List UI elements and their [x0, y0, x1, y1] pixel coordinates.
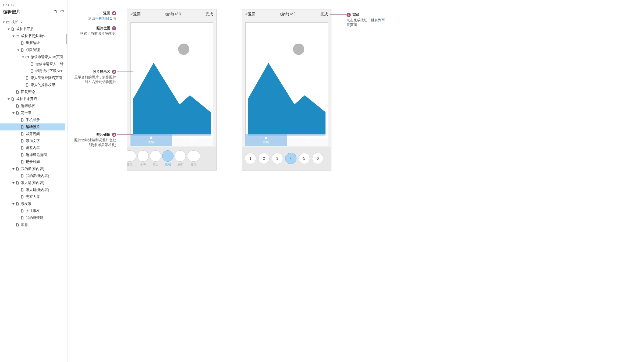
twisty-icon[interactable] — [12, 202, 15, 205]
tree-item-label: 我的邀请码 — [26, 215, 43, 220]
tab-skin[interactable]: 肤色 — [287, 134, 328, 146]
twisty-icon[interactable] — [12, 167, 15, 171]
twisty-icon — [17, 216, 20, 219]
done-button[interactable]: 完成 — [320, 12, 328, 17]
tree-item-label: 家人篇(有内容) — [21, 180, 44, 185]
tree-item[interactable]: 我的邀请码 — [0, 214, 65, 221]
mockup-phone-1: < 返回 编辑(1/9) 完成 滤镜 肤色 原图柔光黑白原图原图原图 — [127, 9, 217, 171]
tree-item-label: 添加文字 — [26, 139, 40, 143]
thumb-circle: 3 — [272, 153, 283, 164]
canvas[interactable]: < 返回 编辑(1/9) 完成 滤镜 肤色 原图柔光黑白原图原图原图 — [68, 0, 644, 362]
tree-item[interactable]: 回复评论 — [0, 88, 65, 95]
tree-item[interactable]: 我的爱(有内容) — [0, 165, 65, 172]
page-icon — [20, 118, 24, 122]
tree-item[interactable]: 记录时间 — [0, 158, 65, 165]
tree-item[interactable]: 微信邀请家人H5页面 — [0, 54, 65, 61]
tree-item[interactable]: 亲友家 — [0, 200, 65, 207]
tree-item-label: 消息 — [21, 222, 28, 227]
page-tree[interactable]: 成长书成长书开启成长书更多操作重新编辑权限管理微信邀请家人H5页面微信邀请家人—… — [0, 17, 68, 362]
filter-thumb[interactable]: 原图 — [127, 150, 136, 167]
tree-item[interactable]: 微信邀请家人—针 — [0, 61, 65, 68]
drop-icon — [149, 136, 153, 140]
tab-filter-label: 滤镜 — [263, 140, 269, 144]
skin-thumb[interactable]: 2 — [258, 153, 270, 164]
twisty-icon[interactable] — [17, 48, 20, 52]
tree-item[interactable]: 家人篇(无内容) — [0, 186, 65, 193]
filter-thumb[interactable]: 黑白 — [150, 150, 161, 167]
tree-item[interactable]: 写一章 — [0, 109, 65, 116]
connector — [117, 134, 133, 135]
filter-thumb[interactable]: 原图 — [187, 150, 200, 167]
tree-item[interactable]: 添加文字 — [0, 137, 65, 144]
back-button[interactable]: < 返回 — [130, 12, 141, 17]
annotation-2: 照片显示区2 显示当前的照片，多张照片时左右滑动切换照片 — [70, 69, 116, 84]
refresh-icon[interactable] — [60, 9, 64, 15]
filter-thumb[interactable]: 原图 — [162, 150, 174, 167]
thumb-label: 原图 — [127, 163, 133, 167]
twisty-icon[interactable] — [2, 20, 5, 24]
tree-item[interactable]: 权限管理 — [0, 47, 65, 54]
mockup-phone-2: < 返回 编辑(1/9) 完成 滤镜 肤色 123456 — [242, 9, 331, 171]
tree-item[interactable]: 手机相册 — [0, 116, 65, 123]
skin-thumbnails[interactable]: 123456 — [242, 147, 331, 170]
tree-item[interactable]: 重新编辑 — [0, 40, 65, 47]
skin-thumb[interactable]: 3 — [272, 153, 283, 164]
tree-item[interactable]: 选择可见范围 — [0, 151, 65, 158]
link-phone-album[interactable]: 手机相册 — [95, 16, 109, 20]
photo-display-area[interactable] — [245, 22, 328, 138]
badge-4: 4 — [112, 11, 116, 15]
back-button[interactable]: < 返回 — [245, 12, 256, 17]
annotation-title: 照片显示区 — [93, 69, 110, 74]
svg-marker-0 — [3, 22, 5, 23]
tab-skin[interactable]: 肤色 — [172, 134, 213, 146]
tree-item-label: 调整内容 — [26, 145, 40, 150]
skin-thumb[interactable]: 1 — [245, 153, 256, 164]
tab-filter[interactable]: 滤镜 — [130, 134, 172, 146]
tree-item[interactable]: 成长书 — [0, 19, 65, 26]
folder-icon — [16, 34, 19, 38]
tree-item[interactable]: 编辑照片 — [0, 123, 65, 130]
filter-thumb[interactable]: 柔光 — [137, 150, 149, 167]
thumb-circle — [162, 150, 174, 162]
twisty-icon[interactable] — [12, 34, 15, 38]
skin-thumb[interactable]: 4 — [285, 153, 296, 164]
tree-item[interactable]: 家人的操作权限 — [0, 81, 65, 88]
tree-item[interactable]: 成长书更多操作 — [0, 33, 65, 40]
tree-item-label: 微信邀请家人H5页面 — [31, 55, 63, 59]
twisty-icon[interactable] — [12, 181, 15, 184]
tree-item[interactable]: 调整内容 — [0, 144, 65, 151]
tree-item[interactable]: 裁剪视频 — [0, 130, 65, 137]
tree-item[interactable]: 家人受邀登陆后页面 — [0, 74, 65, 81]
tree-item[interactable]: 关注亲友 — [0, 207, 65, 214]
skin-thumb[interactable]: 5 — [299, 153, 310, 164]
badge-5: 5 — [346, 13, 351, 17]
edit-tabs: 滤镜 肤色 — [130, 134, 213, 146]
skin-thumb[interactable]: 6 — [312, 153, 323, 164]
share-icon[interactable] — [53, 9, 57, 15]
tree-item[interactable]: 消息 — [0, 221, 65, 228]
done-button[interactable]: 完成 — [206, 12, 213, 17]
svg-marker-6 — [12, 112, 15, 114]
tree-item-label: 家人的操作权限 — [31, 83, 55, 87]
tree-item[interactable]: 绑定成功下载APP — [0, 68, 65, 74]
twisty-icon[interactable] — [7, 97, 10, 101]
twisty-icon[interactable] — [12, 111, 15, 115]
tree-item[interactable]: 成长书未开启 — [0, 95, 65, 102]
twisty-icon — [17, 139, 20, 143]
tab-filter[interactable]: 滤镜 — [245, 134, 287, 146]
tree-item[interactable]: 我的爱(无内容) — [0, 172, 65, 179]
photo-display-area[interactable] — [130, 22, 213, 138]
person-icon — [190, 136, 194, 140]
tree-item[interactable]: 成长书开启 — [0, 26, 65, 33]
twisty-icon[interactable] — [7, 27, 10, 31]
twisty-icon — [22, 83, 25, 87]
tree-item[interactable]: 无家人篇 — [0, 193, 65, 200]
tree-item[interactable]: 家人篇(有内容) — [0, 179, 65, 186]
filter-thumbnails[interactable]: 原图柔光黑白原图原图原图 — [127, 147, 216, 170]
tree-item[interactable]: 选择模板 — [0, 102, 65, 109]
tree-item-label: 编辑照片 — [26, 125, 40, 129]
thumb-label: 柔光 — [140, 163, 146, 167]
twisty-icon[interactable] — [22, 55, 25, 59]
page-icon — [16, 223, 19, 227]
filter-thumb[interactable]: 原图 — [175, 150, 186, 167]
